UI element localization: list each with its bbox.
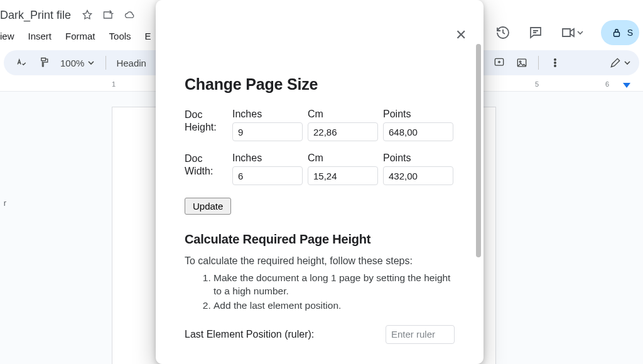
- unit-points-label: Points: [383, 109, 453, 120]
- close-icon: ✕: [455, 28, 467, 42]
- close-button[interactable]: ✕: [452, 26, 470, 44]
- ruler-tick: 1: [112, 80, 116, 88]
- spellcheck-icon[interactable]: [11, 53, 31, 73]
- unit-cm-label: Cm: [308, 153, 378, 164]
- calc-step: Make the document a long 1 page by setti…: [213, 272, 455, 298]
- paint-format-icon[interactable]: [34, 53, 54, 73]
- doc-height-label: Doc Height:: [185, 109, 227, 134]
- add-comment-icon[interactable]: [489, 53, 509, 73]
- calc-steps-list: Make the document a long 1 page by setti…: [185, 272, 455, 313]
- zoom-select[interactable]: 100%: [60, 58, 94, 68]
- height-inches-input[interactable]: [232, 122, 303, 141]
- editing-mode-button[interactable]: [608, 56, 632, 69]
- more-icon[interactable]: [545, 53, 565, 73]
- height-cm-input[interactable]: [308, 122, 378, 141]
- menu-extensions[interactable]: E: [145, 31, 151, 41]
- unit-points-label: Points: [383, 153, 453, 164]
- doc-width-row: Doc Width: Inches Cm Points: [185, 153, 455, 185]
- update-button[interactable]: Update: [185, 198, 231, 215]
- insert-image-icon[interactable]: [512, 53, 532, 73]
- last-element-label: Last Element Position (ruler):: [185, 329, 314, 340]
- height-points-input[interactable]: [383, 122, 453, 141]
- svg-point-5: [554, 62, 556, 64]
- separator: [105, 56, 106, 70]
- right-indent-marker[interactable]: [623, 83, 630, 88]
- svg-point-4: [554, 59, 556, 61]
- menu-view[interactable]: iew: [0, 31, 14, 41]
- ruler-tick: 5: [535, 80, 539, 88]
- last-element-input[interactable]: [386, 325, 455, 344]
- menu-insert[interactable]: Insert: [28, 31, 52, 41]
- unit-inches-label: Inches: [232, 109, 303, 120]
- doc-title[interactable]: Dark_Print file: [0, 9, 71, 22]
- menu-format[interactable]: Format: [65, 31, 95, 41]
- menu-tools[interactable]: Tools: [109, 31, 131, 41]
- star-icon[interactable]: [81, 9, 94, 21]
- calc-step: Add the last element position.: [213, 299, 455, 313]
- width-points-input[interactable]: [383, 166, 453, 185]
- style-select[interactable]: Headin: [116, 58, 146, 68]
- doc-height-row: Doc Height: Inches Cm Points: [185, 109, 455, 141]
- dialog-title: Change Page Size: [185, 75, 455, 94]
- move-icon[interactable]: [102, 9, 115, 21]
- calc-description: To calculate the required height, follow…: [185, 255, 455, 267]
- caret-down-icon: [624, 60, 630, 66]
- pencil-icon: [609, 56, 622, 69]
- svg-point-3: [519, 61, 521, 63]
- dialog-scrollbar[interactable]: [476, 44, 481, 257]
- zoom-value: 100%: [60, 58, 84, 68]
- separator: [538, 56, 539, 70]
- width-cm-input[interactable]: [308, 166, 378, 185]
- doc-width-label: Doc Width:: [185, 153, 227, 178]
- cloud-status-icon[interactable]: [124, 9, 136, 21]
- svg-point-6: [554, 65, 556, 67]
- unit-inches-label: Inches: [232, 153, 303, 164]
- calc-title: Calculate Required Page Height: [185, 232, 455, 247]
- caret-down-icon: [88, 60, 94, 66]
- unit-cm-label: Cm: [308, 109, 378, 120]
- page-size-dialog: ✕ Change Page Size Doc Height: Inches Cm…: [156, 0, 484, 364]
- left-strip-char: r: [0, 198, 6, 208]
- ruler-tick: 6: [605, 80, 609, 88]
- width-inches-input[interactable]: [232, 166, 303, 185]
